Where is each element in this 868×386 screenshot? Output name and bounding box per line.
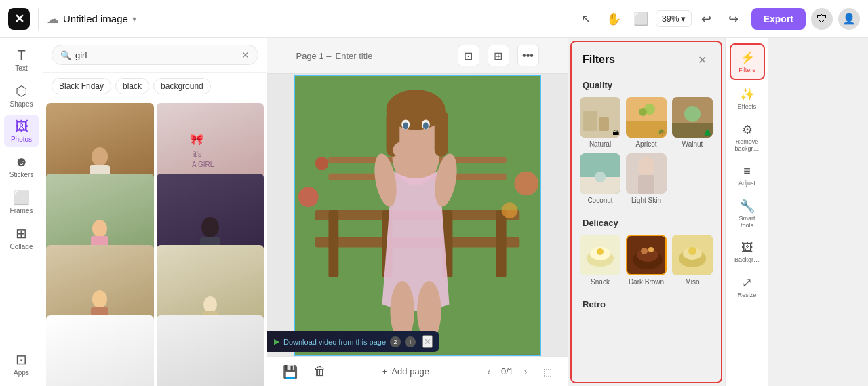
filter-thumb-natural <box>580 97 620 138</box>
rtool-adjust[interactable]: ≡ Adjust <box>730 159 765 192</box>
photos-grid: it's A GIRL 🎀 <box>43 100 267 386</box>
filter-thumb-darkbrown <box>626 235 667 275</box>
filter-snack[interactable]: Snack <box>580 235 620 286</box>
select-tool-button[interactable]: ↖ <box>574 7 599 31</box>
next-page-button[interactable]: › <box>516 362 535 381</box>
app-logo[interactable]: ✕ <box>8 8 30 30</box>
frame-tool-button[interactable]: ⬜ <box>629 7 653 31</box>
rtool-label: Resize <box>738 292 757 298</box>
user-avatar[interactable]: 👤 <box>838 8 860 30</box>
rtool-effects[interactable]: ✨ Effects <box>730 81 765 115</box>
svg-point-11 <box>201 217 219 237</box>
sidebar-item-stickers[interactable]: ☻ Stickers <box>4 150 39 182</box>
filter-label-snack: Snack <box>591 278 610 286</box>
search-input[interactable] <box>75 50 237 60</box>
remove-bg-icon: ⚙ <box>742 122 753 137</box>
filter-natural[interactable]: Natural <box>580 97 620 148</box>
photo-item[interactable] <box>46 315 154 386</box>
tag-background[interactable]: background <box>153 78 211 94</box>
sidebar-item-text[interactable]: T Text <box>4 43 39 76</box>
rtool-label: Backgr… <box>734 256 760 263</box>
document-title[interactable]: Untitled image <box>63 13 128 24</box>
filter-apricot[interactable]: Apricot <box>626 97 667 148</box>
canvas-frame[interactable] <box>294 75 541 356</box>
tag-black[interactable]: black <box>115 78 149 94</box>
svg-point-32 <box>298 187 319 207</box>
svg-point-69 <box>597 248 604 255</box>
filters-close-button[interactable]: ✕ <box>694 52 710 68</box>
filter-walnut[interactable]: Walnut <box>672 97 713 148</box>
filter-thumb-snack <box>580 235 620 275</box>
search-wrapper[interactable]: 🔍 ✕ <box>52 45 258 65</box>
sidebar-item-frames[interactable]: ⬜ Frames <box>4 185 39 218</box>
tag-black-friday[interactable]: Black Friday <box>52 78 111 94</box>
prev-page-button[interactable]: ‹ <box>479 362 498 381</box>
topbar-right: Export 🛡 👤 <box>751 8 860 30</box>
retro-section-title: Retro <box>572 294 721 313</box>
rtool-filters[interactable]: ⚡ Filters <box>730 43 765 80</box>
svg-rect-51 <box>583 111 597 131</box>
filter-coconut[interactable]: Coconut <box>580 153 620 204</box>
redo-button[interactable]: ↪ <box>722 7 746 31</box>
filter-lightskin[interactable]: Light Skin <box>626 153 667 204</box>
add-page-button[interactable]: + Add page <box>382 366 429 377</box>
topbar-tools: ↖ ✋ ⬜ 39% ▾ ↩ ↪ <box>574 7 746 31</box>
rtool-resize[interactable]: ⤢ Resize <box>730 270 765 304</box>
sidebar-item-label: Shapes <box>10 100 33 108</box>
fullscreen-button[interactable]: ⬚ <box>538 362 557 381</box>
filter-miso[interactable]: Miso <box>672 235 713 286</box>
smart-tools-icon: 🔧 <box>740 199 755 214</box>
title-chevron-icon[interactable]: ▾ <box>132 14 136 24</box>
svg-point-7 <box>92 220 107 237</box>
download-bar-close-button[interactable]: ✕ <box>422 335 433 348</box>
rtool-smart-tools[interactable]: 🔧 Smart tools <box>730 193 765 234</box>
frames-icon: ⬜ <box>13 189 30 206</box>
add-page-icon: + <box>382 366 388 377</box>
topbar-sep <box>38 8 39 30</box>
undo-button[interactable]: ↩ <box>694 7 719 31</box>
filter-label-miso: Miso <box>685 278 699 286</box>
sidebar-item-apps[interactable]: ⊡ Apps <box>4 347 39 381</box>
hand-tool-button[interactable]: ✋ <box>601 7 626 31</box>
sidebar-item-label: Collage <box>10 243 33 250</box>
sidebar-item-photos[interactable]: 🖼 Photos <box>4 115 39 147</box>
filter-darkbrown[interactable]: Dark Brown <box>626 235 667 286</box>
rtool-label: Remove backgr… <box>732 138 762 152</box>
svg-point-64 <box>638 157 654 176</box>
clear-search-button[interactable]: ✕ <box>241 50 250 60</box>
shield-icon[interactable]: 🛡 <box>811 8 833 30</box>
canvas-image <box>295 76 540 355</box>
svg-point-33 <box>514 171 538 195</box>
photo-item[interactable] <box>157 315 264 386</box>
sidebar-item-label: Apps <box>14 369 29 377</box>
svg-rect-52 <box>599 117 609 131</box>
stickers-icon: ☻ <box>14 154 28 170</box>
bottom-bar: 💾 🗑 + Add page ‹ 0/1 › ⬚ <box>267 356 568 386</box>
grid-view-button[interactable]: ⊞ <box>488 45 509 66</box>
sidebar-item-shapes[interactable]: ⬡ Shapes <box>4 79 39 112</box>
page-text: Page 1 – <box>296 51 331 61</box>
svg-point-74 <box>648 247 654 252</box>
more-options-button[interactable]: ••• <box>517 45 539 66</box>
page-navigation: ‹ 0/1 › ⬚ <box>479 362 557 381</box>
svg-point-15 <box>92 290 107 308</box>
page-title-input[interactable] <box>336 51 450 61</box>
topbar-title-area: ☁ Untitled image ▾ <box>47 12 569 26</box>
rtool-backgr[interactable]: 🖼 Backgr… <box>730 235 765 269</box>
zoom-control[interactable]: 39% ▾ <box>656 10 692 27</box>
right-toolbar: ⚡ Filters ✨ Effects ⚙ Remove backgr… ≡ A… <box>725 38 768 386</box>
delicacy-filter-grid: Snack Dark Brown <box>572 232 721 294</box>
save-button[interactable]: 💾 <box>278 360 302 384</box>
filters-header: Filters ✕ <box>572 42 721 75</box>
svg-rect-27 <box>496 210 507 277</box>
sidebar-item-collage[interactable]: ⊞ Collage <box>4 221 39 254</box>
zoom-chevron-icon: ▾ <box>681 14 686 24</box>
export-button[interactable]: Export <box>751 8 806 30</box>
fit-canvas-button[interactable]: ⊡ <box>458 45 479 66</box>
delete-button[interactable]: 🗑 <box>308 360 332 384</box>
text-icon: T <box>17 47 25 63</box>
rtool-remove-bg[interactable]: ⚙ Remove backgr… <box>730 117 765 157</box>
filters-panel-wrapper: Filters ✕ Quality Nat <box>568 38 868 386</box>
download-bar[interactable]: ▶ Download video from this page 2 ! ✕ <box>267 331 439 352</box>
svg-rect-65 <box>638 175 654 194</box>
